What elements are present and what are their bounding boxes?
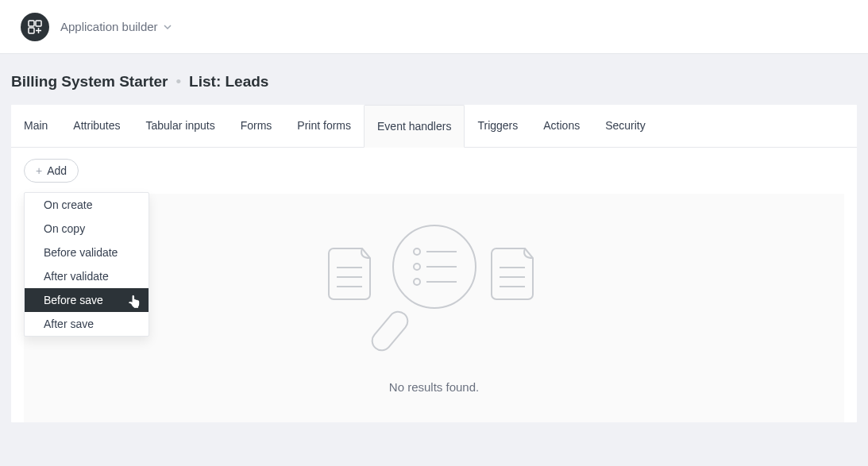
empty-state-illustration: [323, 223, 546, 358]
tab-main[interactable]: Main: [11, 105, 60, 147]
plus-icon: +: [36, 164, 42, 177]
tabs: MainAttributesTabular inputsFormsPrint f…: [11, 105, 857, 148]
svg-rect-0: [29, 21, 34, 26]
add-dropdown: On createOn copyBefore validateAfter val…: [24, 192, 149, 337]
toolbar: + Add: [11, 148, 857, 183]
dropdown-item-after-save[interactable]: After save: [25, 312, 149, 336]
svg-rect-10: [368, 307, 411, 353]
dropdown-item-after-validate[interactable]: After validate: [25, 264, 149, 288]
breadcrumb-separator: •: [176, 73, 181, 91]
app-label[interactable]: Application builder: [60, 20, 158, 33]
tab-attributes[interactable]: Attributes: [60, 105, 133, 147]
page-header: Billing System Starter • List: Leads: [0, 54, 868, 105]
breadcrumb-entity: List: Leads: [189, 73, 268, 91]
tab-forms[interactable]: Forms: [228, 105, 285, 147]
svg-point-11: [414, 248, 420, 255]
dropdown-item-on-create[interactable]: On create: [25, 193, 149, 217]
svg-point-13: [414, 264, 420, 270]
apps-icon[interactable]: [21, 13, 49, 41]
tab-event-handlers[interactable]: Event handlers: [364, 105, 465, 148]
dropdown-item-before-validate[interactable]: Before validate: [25, 241, 149, 264]
tab-print-forms[interactable]: Print forms: [284, 105, 364, 147]
dropdown-item-before-save[interactable]: Before save👆: [25, 288, 149, 312]
tab-security[interactable]: Security: [592, 105, 658, 147]
svg-rect-2: [29, 28, 34, 33]
tab-triggers[interactable]: Triggers: [465, 105, 530, 147]
add-button-label: Add: [47, 164, 67, 177]
tab-actions[interactable]: Actions: [530, 105, 592, 147]
chevron-down-icon[interactable]: [163, 22, 172, 32]
tab-tabular-inputs[interactable]: Tabular inputs: [133, 105, 228, 147]
empty-state-message: No results found.: [389, 380, 479, 394]
dropdown-item-on-copy[interactable]: On copy: [25, 217, 149, 241]
add-button[interactable]: + Add: [24, 159, 79, 183]
top-bar: Application builder: [0, 0, 868, 54]
breadcrumb: Billing System Starter • List: Leads: [11, 73, 857, 91]
svg-rect-1: [36, 21, 41, 26]
breadcrumb-project[interactable]: Billing System Starter: [11, 73, 168, 91]
cursor-icon: 👆: [127, 295, 142, 309]
svg-point-15: [414, 279, 420, 285]
